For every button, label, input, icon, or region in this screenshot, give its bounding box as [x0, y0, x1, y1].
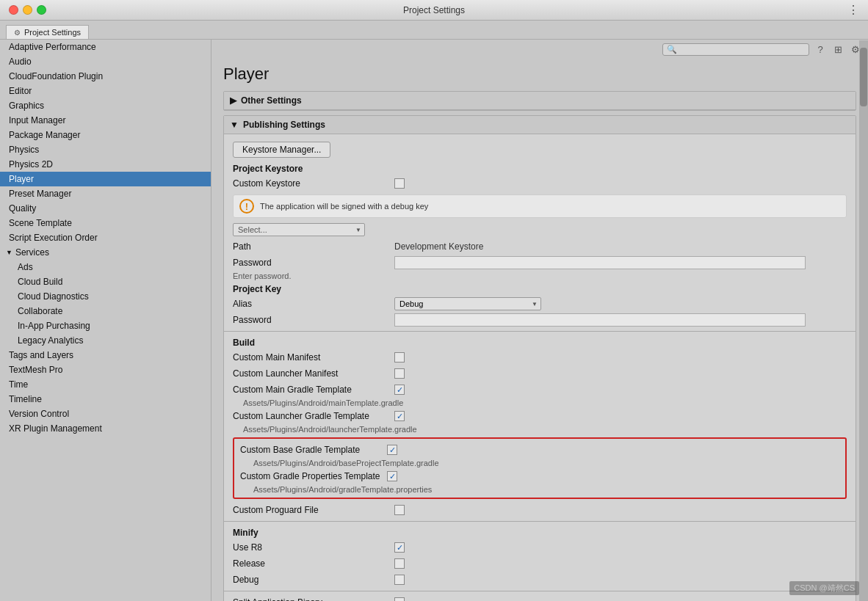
sidebar-item-timeline[interactable]: Timeline [0, 392, 211, 407]
sidebar-item-version-control[interactable]: Version Control [0, 407, 211, 421]
custom-main-manifest-checkbox[interactable] [394, 352, 405, 363]
layout-icon[interactable]: ⊞ [831, 43, 845, 56]
custom-gradle-properties-checkbox[interactable] [387, 471, 397, 481]
sidebar-item-player[interactable]: Player [0, 172, 211, 186]
password-label: Password [233, 258, 394, 268]
sidebar-item-cloud-build[interactable]: Cloud Build [0, 274, 211, 289]
custom-main-manifest-row: Custom Main Manifest [224, 349, 856, 365]
sidebar-item-cloudfoundation[interactable]: CloudFoundation Plugin [0, 69, 211, 84]
sidebar-item-textmesh-pro[interactable]: TextMesh Pro [0, 363, 211, 377]
password-input[interactable] [394, 256, 806, 269]
keystore-select-wrap[interactable]: Select... [233, 223, 365, 236]
sidebar-item-package-manager[interactable]: Package Manager [0, 128, 211, 142]
publishing-triangle: ▼ [230, 120, 239, 130]
close-button[interactable] [9, 5, 18, 15]
scrollbar-thumb[interactable] [860, 48, 867, 106]
maximize-button[interactable] [37, 5, 46, 15]
divider-2 [224, 521, 856, 522]
path-display: Development Keystore [394, 241, 483, 252]
custom-launcher-manifest-checkbox[interactable] [394, 368, 405, 379]
custom-base-gradle-checkbox[interactable] [387, 445, 397, 455]
key-password-input[interactable] [394, 313, 806, 327]
tab-bar: ⚙ Project Settings [0, 21, 868, 40]
more-options-icon[interactable]: ⋮ [847, 3, 859, 17]
divider-3 [224, 591, 856, 591]
sidebar-item-adaptive-performance[interactable]: Adaptive Performance [0, 40, 211, 54]
password-hint: Enter password. [224, 271, 856, 281]
sidebar-item-xr-plugin[interactable]: XR Plugin Management [0, 421, 211, 436]
split-app-checkbox[interactable] [394, 597, 405, 601]
services-expand-icon: ▼ [6, 249, 12, 256]
window-controls [9, 5, 46, 15]
sidebar: Adaptive Performance Audio CloudFoundati… [0, 40, 211, 601]
use-r8-checkbox[interactable] [394, 542, 405, 553]
search-input[interactable] [677, 45, 805, 54]
gradle-properties-path: Assets/Plugins/Android/gradleTemplate.pr… [234, 484, 845, 495]
sidebar-item-preset-manager[interactable]: Preset Manager [0, 186, 211, 201]
custom-main-gradle-checkbox[interactable] [394, 385, 405, 395]
sidebar-item-cloud-diagnostics[interactable]: Cloud Diagnostics [0, 289, 211, 304]
keystore-select-row: Select... [224, 221, 856, 238]
help-icon[interactable]: ? [814, 43, 827, 56]
sidebar-item-graphics[interactable]: Graphics [0, 98, 211, 113]
sidebar-item-in-app-purchasing[interactable]: In-App Purchasing [0, 318, 211, 333]
custom-keystore-checkbox[interactable] [394, 178, 405, 189]
sidebar-item-physics[interactable]: Physics [0, 142, 211, 157]
custom-base-gradle-label: Custom Base Gradle Template [240, 445, 387, 455]
search-input-wrap[interactable]: 🔍 [662, 43, 809, 56]
scrollbar-track[interactable] [859, 40, 868, 601]
sidebar-item-legacy-analytics[interactable]: Legacy Analytics [0, 333, 211, 348]
search-bar: 🔍 ? ⊞ ⚙ [211, 40, 868, 59]
debug-checkbox[interactable] [394, 575, 405, 585]
publishing-body: Keystore Manager... Project Keystore Cus… [224, 134, 856, 601]
watermark: CSDN @靖然CS [789, 581, 859, 595]
search-icon: 🔍 [667, 45, 677, 54]
keystore-manager-button[interactable]: Keystore Manager... [233, 142, 330, 158]
password-input-wrap[interactable] [394, 256, 847, 269]
sidebar-item-tags-and-layers[interactable]: Tags and Layers [0, 348, 211, 363]
split-app-label: Split Application Binary [233, 597, 394, 601]
publishing-label: Publishing Settings [243, 120, 325, 130]
release-checkbox[interactable] [394, 558, 405, 569]
path-label: Path [233, 241, 394, 252]
custom-keystore-label: Custom Keystore [233, 178, 394, 189]
alias-dropdown-wrap[interactable]: Debug [394, 297, 541, 310]
minimize-button[interactable] [23, 5, 32, 15]
custom-launcher-gradle-checkbox[interactable] [394, 411, 405, 421]
release-label: Release [233, 558, 394, 569]
publishing-settings-section: ▼ Publishing Settings Keystore Manager..… [223, 115, 856, 601]
sidebar-item-audio[interactable]: Audio [0, 54, 211, 69]
alias-dropdown[interactable]: Debug [394, 297, 541, 310]
sidebar-item-physics2d[interactable]: Physics 2D [0, 157, 211, 172]
debug-label: Debug [233, 575, 394, 585]
password-row: Password [224, 255, 856, 271]
sidebar-item-input-manager[interactable]: Input Manager [0, 113, 211, 128]
publishing-settings-header[interactable]: ▼ Publishing Settings [224, 116, 856, 134]
minify-title: Minify [224, 525, 856, 539]
other-settings-triangle: ▶ [230, 95, 236, 106]
custom-main-gradle-label: Custom Main Gradle Template [233, 385, 394, 395]
window-title: Project Settings [403, 5, 465, 15]
alias-label: Alias [233, 299, 394, 309]
sidebar-item-ads[interactable]: Ads [0, 260, 211, 274]
sidebar-item-collaborate[interactable]: Collaborate [0, 304, 211, 318]
sidebar-group-services[interactable]: ▼ Services [0, 245, 211, 260]
key-password-input-wrap[interactable] [394, 313, 847, 327]
custom-base-gradle-row: Custom Base Gradle Template [234, 442, 845, 458]
sidebar-item-quality[interactable]: Quality [0, 201, 211, 216]
sidebar-item-editor[interactable]: Editor [0, 84, 211, 98]
custom-proguard-checkbox[interactable] [394, 505, 405, 515]
custom-launcher-gradle-label: Custom Launcher Gradle Template [233, 411, 394, 421]
tab-project-settings[interactable]: ⚙ Project Settings [6, 25, 89, 39]
custom-gradle-properties-label: Custom Gradle Properties Template [240, 471, 387, 481]
sidebar-item-scene-template[interactable]: Scene Template [0, 216, 211, 230]
key-password-label: Password [233, 315, 394, 325]
other-settings-header[interactable]: ▶ Other Settings [224, 92, 856, 110]
sidebar-item-time[interactable]: Time [0, 377, 211, 392]
tab-label: Project Settings [24, 28, 81, 37]
warning-icon: ! [239, 199, 254, 214]
page-title: Player [223, 65, 856, 84]
keystore-select[interactable]: Select... [233, 223, 365, 236]
sidebar-item-script-execution[interactable]: Script Execution Order [0, 230, 211, 245]
sidebar-services-label: Services [15, 247, 49, 258]
